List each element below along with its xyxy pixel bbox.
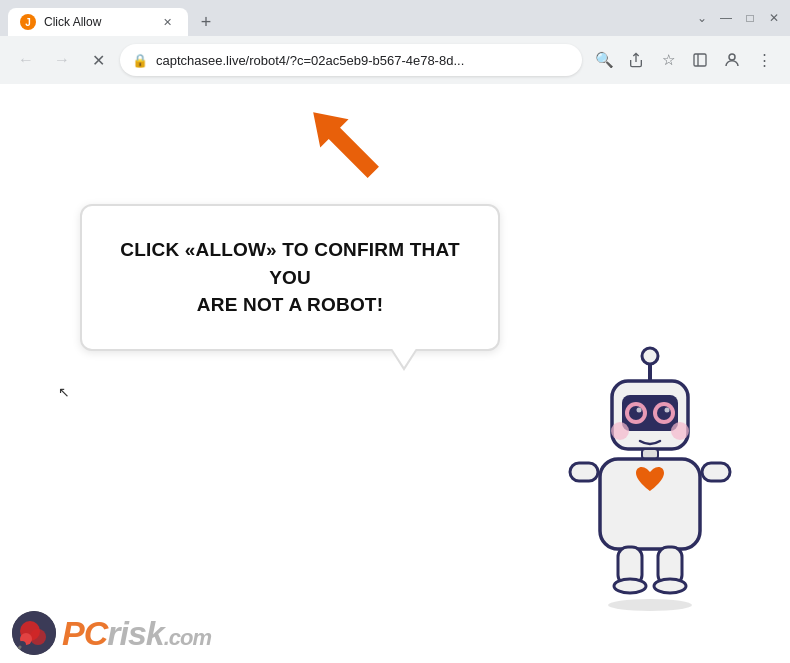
tab-title: Click Allow bbox=[44, 15, 150, 29]
toolbar-right: 🔍 ☆ ⋮ bbox=[590, 46, 778, 74]
url-text: captchasee.live/robot4/?c=02ac5eb9-b567-… bbox=[156, 53, 570, 68]
page-content: CLICK «ALLOW» TO CONFIRM THAT YOU ARE NO… bbox=[0, 84, 790, 663]
browser-window: J Click Allow ✕ + ⌄ — □ ✕ ← → ✕ 🔒 captch bbox=[0, 0, 790, 663]
svg-point-24 bbox=[608, 599, 692, 611]
svg-point-13 bbox=[665, 408, 670, 413]
forward-button[interactable]: → bbox=[48, 46, 76, 74]
address-input[interactable]: 🔒 captchasee.live/robot4/?c=02ac5eb9-b56… bbox=[120, 44, 582, 76]
svg-point-14 bbox=[611, 422, 629, 440]
pcrisk-pc: PC bbox=[62, 614, 107, 652]
svg-point-22 bbox=[614, 579, 646, 593]
close-button[interactable]: ✕ bbox=[766, 10, 782, 26]
back-button[interactable]: ← bbox=[12, 46, 40, 74]
svg-rect-0 bbox=[694, 54, 706, 66]
pcrisk-watermark: PCrisk.com bbox=[0, 603, 223, 663]
sidebar-toggle-button[interactable] bbox=[686, 46, 714, 74]
bubble-text: CLICK «ALLOW» TO CONFIRM THAT YOU ARE NO… bbox=[118, 236, 462, 319]
arrow-indicator bbox=[290, 94, 400, 198]
tab-area: J Click Allow ✕ + bbox=[8, 0, 694, 36]
svg-point-9 bbox=[629, 406, 643, 420]
bookmark-button[interactable]: ☆ bbox=[654, 46, 682, 74]
svg-point-5 bbox=[642, 348, 658, 364]
svg-point-12 bbox=[657, 406, 671, 420]
pcrisk-risk: risk bbox=[107, 614, 164, 652]
speech-bubble: CLICK «ALLOW» TO CONFIRM THAT YOU ARE NO… bbox=[80, 204, 500, 351]
new-tab-button[interactable]: + bbox=[192, 8, 220, 36]
svg-marker-3 bbox=[299, 98, 387, 186]
svg-rect-18 bbox=[570, 463, 598, 481]
maximize-button[interactable]: □ bbox=[742, 10, 758, 26]
window-controls: ⌄ — □ ✕ bbox=[694, 10, 782, 26]
svg-point-27 bbox=[30, 629, 46, 645]
tab-close-button[interactable]: ✕ bbox=[158, 13, 176, 31]
svg-point-2 bbox=[729, 54, 735, 60]
title-bar: J Click Allow ✕ + ⌄ — □ ✕ bbox=[0, 0, 790, 36]
svg-point-15 bbox=[671, 422, 689, 440]
svg-line-30 bbox=[16, 647, 20, 653]
lock-icon: 🔒 bbox=[132, 53, 148, 68]
robot-illustration bbox=[540, 343, 760, 623]
svg-point-10 bbox=[637, 408, 642, 413]
active-tab[interactable]: J Click Allow ✕ bbox=[8, 8, 188, 36]
mouse-cursor: ↖ bbox=[58, 384, 70, 400]
pcrisk-logo bbox=[12, 611, 56, 655]
address-bar: ← → ✕ 🔒 captchasee.live/robot4/?c=02ac5e… bbox=[0, 36, 790, 84]
search-button[interactable]: 🔍 bbox=[590, 46, 618, 74]
pcrisk-dotcom: .com bbox=[164, 625, 211, 650]
refresh-button[interactable]: ✕ bbox=[84, 46, 112, 74]
share-button[interactable] bbox=[622, 46, 650, 74]
pcrisk-brand-text: PCrisk.com bbox=[62, 614, 211, 653]
svg-point-23 bbox=[654, 579, 686, 593]
menu-button[interactable]: ⋮ bbox=[750, 46, 778, 74]
profile-button[interactable] bbox=[718, 46, 746, 74]
svg-rect-19 bbox=[702, 463, 730, 481]
minimize-button[interactable]: — bbox=[718, 10, 734, 26]
tab-favicon: J bbox=[20, 14, 36, 30]
window-menu-button[interactable]: ⌄ bbox=[694, 10, 710, 26]
